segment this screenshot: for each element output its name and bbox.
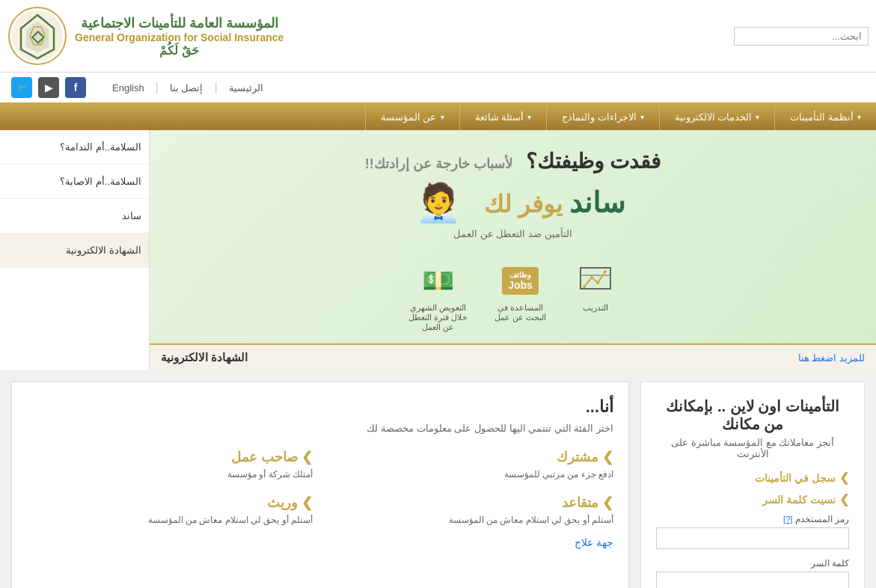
username-group: رمز المستخدم [?] [656,514,849,549]
training-label: التدريب [573,303,618,313]
logo-emblem: ◇ [7,6,67,66]
banner-content: فقدت وظيفتك؟ لأسباب خارجة عن إرادتك!! سا… [150,130,876,343]
header-logo: المؤسسة العامة للتأمينات الاجتماعية Gene… [7,6,284,66]
banner-more-link[interactable]: للمزيد اضغط هنا [798,352,865,364]
person-illustration: 🧑‍💼 [415,181,462,224]
nav-home-link[interactable]: الرئيسية [229,82,263,94]
banner-sub: للمزيد اضغط هنا الشهادة الالكترونية [150,343,876,370]
password-input[interactable] [656,572,849,588]
banner-sub-title: الشهادة الالكترونية [161,351,248,364]
subscriber-link[interactable]: مشترك [557,449,598,465]
nav-item-faq[interactable]: ▾ أسئلة شائعة [459,104,547,130]
sidebar-certificate[interactable]: الشهادة الالكترونية [0,233,149,268]
employer-link[interactable]: صاحب عمل [231,449,298,465]
nav-item-about[interactable]: ▾ عن المؤسسة [365,104,459,130]
search-input[interactable] [734,27,869,46]
svg-point-8 [590,276,593,279]
heir-link[interactable]: وريث [267,494,298,511]
username-label: رمز المستخدم [?] [656,514,849,524]
user-type-subtitle: اختر الفئة التي تنتمي اليها للحصول على م… [27,423,613,434]
login-subtitle: أنجز معاملاتك مع المؤسسة مباشرة على الأن… [656,437,849,459]
banner-subtitle: لأسباب خارجة عن إرادتك!! [365,156,512,171]
nav-english-link[interactable]: English [112,82,144,94]
employer-desc: أمتلك شركة أو مؤسسة [27,469,313,480]
register-label: سجل في التأمينات [755,472,836,484]
banner-icon-jobs: وظائف Jobs المساعدة في البحث عن عمل [491,262,551,332]
banner-sidebar: السلامة..أم الندامة؟ السلامة..أم الاصابة… [0,130,150,370]
user-type-heir: ❯ وريث أستلم أو يحق لي استلام معاش من ال… [27,494,313,525]
jobs-icon-box: وظائف Jobs [498,262,543,299]
nav-arrow: ▾ [756,113,759,121]
nav-arrow: ▾ [527,113,531,121]
user-type-grid: ❯ مشترك ادفع جزء من مرتبي للمؤسسة ❯ صاحب… [27,449,613,525]
username-input[interactable] [656,527,849,549]
user-type-title: أنا... [27,397,613,417]
money-icon: 💵 [422,266,455,296]
user-type-employer: ❯ صاحب عمل أمتلك شركة أو مؤسسة [27,449,313,480]
main-nav: ▾ أنظمة التأمينات ▾ الخدمات الالكترونية … [0,104,876,130]
employer-arrow-icon: ❯ [301,449,313,465]
svg-point-7 [583,285,586,288]
password-label: كلمة السر [656,558,849,569]
main-content: التأمينات اون لاين .. بإمكانك من مكانك أ… [0,370,876,588]
user-type-section: أنا... اختر الفئة التي تنتمي اليها للحصو… [11,382,629,588]
subscriber-name[interactable]: ❯ مشترك [328,449,613,465]
subscriber-desc: ادفع جزء من مرتبي للمؤسسة [328,469,613,480]
nav-item-procedures[interactable]: ▾ الاجراءات والنماذج [546,104,659,130]
brand-tagline: يوفر لك [484,191,563,218]
forgot-arrow-icon: ❯ [839,492,849,506]
logo-text: المؤسسة العامة للتأمينات الاجتماعية Gene… [75,15,284,58]
search-bar [734,27,869,46]
svg-point-10 [604,270,607,273]
top-nav: الرئيسية | إتصل بنا | English f ▶ 🐦 [0,73,876,104]
social-icons: f ▶ 🐦 [11,77,86,98]
forgot-label: نسيت كلمة السر [762,494,836,506]
login-section: التأمينات اون لاين .. بإمكانك من مكانك أ… [640,382,865,588]
page-header: المؤسسة العامة للتأمينات الاجتماعية Gene… [0,0,876,73]
banner-title: فقدت وظيفتك؟ [526,150,661,173]
retired-name[interactable]: ❯ متقاعد [328,494,613,511]
password-group: كلمة السر [656,558,849,588]
user-type-retired: ❯ متقاعد أستلم أو يحق لي استلام معاش من … [328,494,613,525]
nav-arrow: ▾ [441,113,444,121]
facebook-icon[interactable]: f [65,77,86,98]
compensation-label: التعويض الشهري خلال فترة التعطل عن العمل [408,303,468,332]
org-slogan: حَقٌ لَكُمْ [75,43,284,58]
retired-arrow-icon: ❯ [602,494,613,511]
banner-icon-compensation: 💵 التعويض الشهري خلال فترة التعطل عن الع… [408,262,468,332]
nav-arrow: ▾ [857,113,861,121]
org-english-title: General Organization for Social Insuranc… [75,31,284,43]
heir-name[interactable]: ❯ وريث [27,494,313,511]
register-link[interactable]: ❯ سجل في التأمينات [656,471,849,485]
heir-desc: أستلم أو يحق لي استلام معاش من المؤسسة [27,515,313,525]
nav-item-eservices[interactable]: ▾ الخدمات الالكترونية [659,104,775,130]
heir-arrow-icon: ❯ [301,494,313,511]
login-title: التأمينات اون لاين .. بإمكانك من مكانك [656,397,849,433]
nav-arrow: ▾ [640,113,644,121]
org-arabic-title: المؤسسة العامة للتأمينات الاجتماعية [75,15,284,31]
sidebar-safety1[interactable]: السلامة..أم الندامة؟ [0,130,149,165]
sidebar-sanad[interactable]: ساند [0,199,149,233]
jobs-label: المساعدة في البحث عن عمل [491,303,551,322]
sidebar-safety2[interactable]: السلامة..أم الاصابة؟ [0,165,149,199]
twitter-icon[interactable]: ▶ [38,77,59,98]
banner-section: فقدت وظيفتك؟ لأسباب خارجة عن إرادتك!! سا… [0,130,876,370]
training-icon-box [573,262,618,299]
banner-main: فقدت وظيفتك؟ لأسباب خارجة عن إرادتك!! سا… [150,130,876,370]
subscriber-arrow-icon: ❯ [602,449,613,465]
employer-name[interactable]: ❯ صاحب عمل [27,449,313,465]
banner-icons: التدريب وظائف Jobs المساعدة في البحث عن … [165,262,861,332]
retired-desc: أستلم أو يحق لي استلام معاش من المؤسسة [328,515,613,525]
nav-contact-link[interactable]: إتصل بنا [170,82,203,94]
compensation-icon-box: 💵 [416,262,461,299]
youtube-icon[interactable]: 🐦 [11,77,32,98]
more-link[interactable]: جهة علاج [27,536,613,548]
forgot-link[interactable]: ❯ نسيت كلمة السر [656,492,849,506]
svg-point-9 [596,281,599,284]
nav-item-insurance[interactable]: ▾ أنظمة التأمينات [774,104,876,130]
user-type-subscriber: ❯ مشترك ادفع جزء من مرتبي للمؤسسة [328,449,613,480]
retired-link[interactable]: متقاعد [562,494,598,511]
register-arrow-icon: ❯ [839,471,849,485]
banner-icon-training: التدريب [573,262,618,332]
username-help-link[interactable]: [?] [783,515,792,524]
